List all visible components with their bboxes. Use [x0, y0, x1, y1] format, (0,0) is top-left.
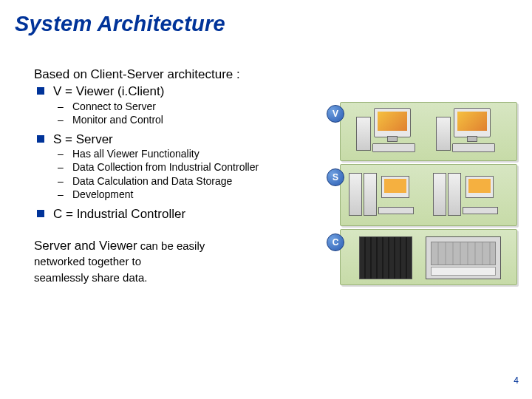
sub-text: Data Calculation and Data Storage: [72, 175, 232, 187]
tier-label-v: V: [327, 105, 344, 123]
monitor-icon: [381, 176, 409, 198]
closing-strong: Server and Viewer: [34, 239, 137, 253]
dash-icon: –: [58, 114, 64, 127]
tower-icon: [448, 173, 461, 216]
tier-controller: C: [327, 229, 517, 285]
bullet-v: V = Viewer (i.Client): [34, 83, 330, 99]
sub-text: Monitor and Control: [72, 114, 163, 126]
sub-text: Development: [72, 188, 134, 200]
tier-server: S: [327, 164, 517, 226]
monitor-stand-icon: [387, 136, 398, 142]
keyboard-icon: [452, 143, 495, 152]
tower-icon: [436, 117, 451, 151]
server-icon: [349, 170, 429, 220]
sub-bullet: –Data Collection from Industrial Control…: [34, 161, 330, 174]
square-bullet-icon: [37, 210, 44, 217]
workstation-icon: [432, 108, 505, 155]
keyboard-icon: [372, 143, 415, 152]
workstation-icon: [352, 108, 426, 155]
tier-viewer: V: [327, 102, 517, 161]
slide: System Architecture Based on Client-Serv…: [0, 0, 532, 399]
closing-small: seamlessly share data.: [34, 271, 147, 284]
bullet-c-text: C = Industrial Controller: [53, 207, 185, 221]
dash-icon: –: [58, 148, 64, 161]
sub-bullet: –Monitor and Control: [34, 114, 330, 127]
server-icon: [433, 170, 511, 220]
monitor-icon: [374, 108, 411, 137]
dash-icon: –: [58, 100, 64, 114]
sub-bullet: –Data Calculation and Data Storage: [34, 175, 330, 188]
bullet-s-text: S = Server: [53, 132, 113, 146]
tower-icon: [433, 173, 446, 216]
tier-label-s: S: [327, 168, 344, 186]
tower-icon: [349, 173, 362, 216]
architecture-diagram: V S: [327, 102, 517, 287]
closing-small: can be easily: [137, 239, 205, 252]
plc-rack-icon: [359, 236, 412, 279]
slide-body: Based on Client-Server architecture : V …: [34, 66, 330, 285]
tier-label-c: C: [327, 233, 344, 251]
tower-icon: [364, 173, 377, 216]
square-bullet-icon: [37, 135, 44, 143]
keyboard-icon: [378, 207, 414, 214]
sub-bullet: –Connect to Server: [34, 100, 330, 114]
dash-icon: –: [58, 188, 64, 202]
intro-text: Based on Client-Server architecture :: [34, 66, 330, 82]
closing-small: networked together to: [34, 255, 141, 267]
keyboard-icon: [463, 207, 498, 214]
sub-text: Data Collection from Industrial Controll…: [72, 161, 259, 173]
dash-icon: –: [58, 175, 64, 188]
bullet-s: S = Server: [34, 132, 330, 147]
bullet-v-text: V = Viewer (i.Client): [53, 84, 164, 98]
monitor-stand-icon: [467, 136, 477, 142]
sub-text: Has all Viewer Functionality: [72, 148, 200, 160]
sub-bullet: –Has all Viewer Functionality: [34, 148, 330, 161]
page-number: 4: [514, 375, 519, 386]
square-bullet-icon: [37, 87, 44, 95]
dash-icon: –: [58, 161, 64, 174]
monitor-icon: [466, 176, 494, 198]
sub-bullet: –Development: [34, 188, 330, 202]
sub-text: Connect to Server: [72, 100, 156, 112]
slide-title: System Architecture: [15, 12, 225, 36]
plc-rack-icon: [426, 236, 501, 279]
monitor-icon: [454, 108, 491, 137]
tower-icon: [356, 117, 371, 151]
closing-text: Server and Viewer can be easily networke…: [34, 238, 256, 285]
bullet-c: C = Industrial Controller: [34, 206, 330, 222]
